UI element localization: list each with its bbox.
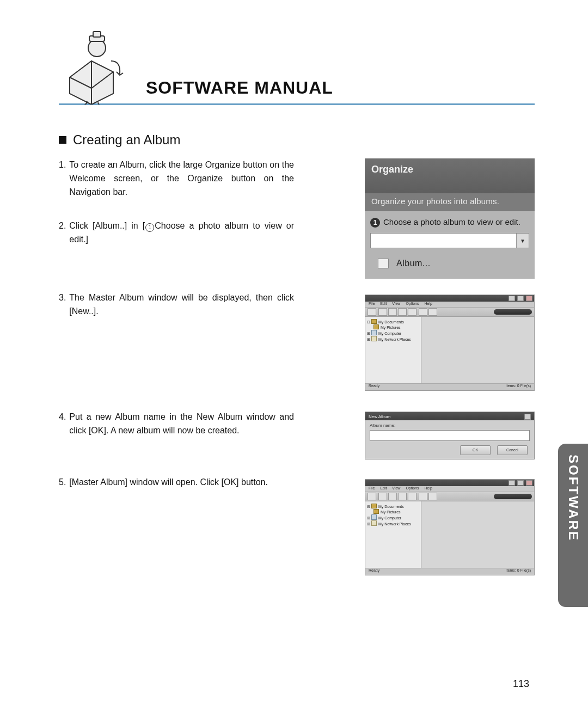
toolbar-button-icon[interactable] <box>367 308 376 316</box>
toolbar-button-icon[interactable] <box>419 493 427 500</box>
page-number: 113 <box>513 678 529 690</box>
menu-item[interactable]: View <box>392 486 400 492</box>
status-left: Ready <box>369 384 379 390</box>
step-4: 4. Put a new Album name in the New Album… <box>59 410 294 438</box>
organize-body: 1 Choose a photo album to view or edit. … <box>365 211 535 279</box>
tree-node[interactable]: My Documents <box>378 320 404 324</box>
tree-node[interactable]: My Pictures <box>381 510 401 514</box>
dialog-titlebar: New Album <box>365 412 534 420</box>
organize-panel-screenshot: Organize Organize your photos into album… <box>365 158 535 278</box>
toolbar-button-icon[interactable] <box>398 493 407 500</box>
step-number: 4. <box>59 410 69 438</box>
dialog-title: New Album <box>369 414 390 419</box>
row-step4: 4. Put a new Album name in the New Album… <box>59 410 535 459</box>
folder-icon <box>371 319 377 324</box>
window-close-icon[interactable] <box>526 296 532 301</box>
new-album-dialog-screenshot: New Album Album name: OK Cancel <box>365 412 535 459</box>
network-icon <box>371 336 377 341</box>
step-text-pre: Click [Album..] in [ <box>69 221 145 230</box>
toolbar-button-icon[interactable] <box>428 493 437 500</box>
cancel-button[interactable]: Cancel <box>497 445 528 455</box>
menu-item[interactable]: File <box>369 302 375 307</box>
album-row[interactable]: Album... <box>370 255 529 272</box>
menu-item[interactable]: Help <box>425 302 432 307</box>
toolbar-button-icon[interactable] <box>428 308 437 316</box>
window-maximize-icon[interactable] <box>517 296 524 301</box>
toolbar-button-icon[interactable] <box>408 308 416 316</box>
toolbar-button-icon[interactable] <box>388 308 397 316</box>
tree-node[interactable]: My Documents <box>378 505 404 508</box>
computer-icon <box>371 514 377 520</box>
folder-tree[interactable]: ⊟ My Documents My Pictures ⊞ My Computer… <box>365 501 421 568</box>
album-dropdown[interactable]: ▼ <box>370 233 529 248</box>
window-statusbar: Ready Items: 0 File(s) <box>365 568 534 575</box>
computer-icon <box>371 330 377 335</box>
folder-icon <box>373 324 379 329</box>
svg-rect-2 <box>93 32 101 37</box>
content-area <box>421 317 534 383</box>
row-step1-2: 1. To create an Album, click the large O… <box>59 158 535 278</box>
step-3: 3. The Master Album window will be displ… <box>59 291 294 318</box>
toolbar-button-icon[interactable] <box>378 493 387 500</box>
step-1: 1. To create an Album, click the large O… <box>59 158 294 199</box>
step-text: To create an Album, click the large Orga… <box>69 158 294 199</box>
folder-tree[interactable]: ⊟ My Documents My Pictures ⊞ My Computer… <box>365 317 421 383</box>
tree-node[interactable]: My Pictures <box>381 326 401 329</box>
album-icon <box>378 259 389 268</box>
page-title: SOFTWARE MANUAL <box>146 78 333 98</box>
menu-item[interactable]: File <box>369 486 375 492</box>
step-5: 5. [Master Album] window will open. Clic… <box>59 476 294 489</box>
step-2: 2. Click [Album..] in [1Choose a photo a… <box>59 219 294 247</box>
folder-icon <box>373 509 379 514</box>
tree-node[interactable]: My Computer <box>378 332 401 335</box>
window-close-icon[interactable] <box>526 480 532 486</box>
tree-node[interactable]: My Network Places <box>378 338 411 341</box>
step-number: 3. <box>59 291 69 318</box>
folder-icon <box>371 504 377 508</box>
content-area <box>421 501 534 568</box>
tree-node[interactable]: My Computer <box>378 516 401 520</box>
page: SOFTWARE MANUAL Creating an Album 1. To … <box>0 0 588 705</box>
row-step3: 3. The Master Album window will be displ… <box>59 291 535 391</box>
toolbar-button-icon[interactable] <box>388 493 397 500</box>
row-step5: 5. [Master Album] window will open. Clic… <box>59 476 535 575</box>
menu-item[interactable]: Help <box>425 486 432 492</box>
window-toolbar <box>365 492 534 501</box>
window-minimize-icon[interactable] <box>509 480 515 486</box>
dialog-close-icon[interactable] <box>524 414 531 420</box>
menu-item[interactable]: Edit <box>380 486 387 492</box>
side-tab-label: SOFTWARE <box>566 455 581 542</box>
status-left: Ready <box>369 568 379 575</box>
toolbar-pill <box>494 494 532 499</box>
header: SOFTWARE MANUAL <box>59 16 535 105</box>
menu-item[interactable]: View <box>392 302 400 307</box>
toolbar-button-icon[interactable] <box>419 308 427 316</box>
step-badge-1-icon: 1 <box>370 218 380 228</box>
network-icon <box>371 520 377 526</box>
step-text: [Master Album] window will open. Click [… <box>69 476 294 489</box>
toolbar-pill <box>494 309 532 315</box>
step-text: Click [Album..] in [1Choose a photo albu… <box>69 219 294 247</box>
window-maximize-icon[interactable] <box>517 480 524 486</box>
organize-prompt: Choose a photo album to view or edit. <box>383 217 520 228</box>
ok-button[interactable]: OK <box>460 445 491 455</box>
window-statusbar: Ready Items: 0 File(s) <box>365 383 534 390</box>
master-album-window-screenshot: File Edit View Options Help <box>365 295 535 391</box>
window-titlebar <box>365 480 534 486</box>
toolbar-button-icon[interactable] <box>367 493 376 500</box>
menu-item[interactable]: Edit <box>380 302 387 307</box>
dialog-label: Album name: <box>370 423 530 428</box>
album-label: Album... <box>396 259 431 268</box>
dropdown-arrow-icon[interactable]: ▼ <box>516 234 529 248</box>
circled-1-icon: 1 <box>145 223 154 232</box>
toolbar-button-icon[interactable] <box>378 308 387 316</box>
toolbar-button-icon[interactable] <box>408 493 416 500</box>
toolbar-button-icon[interactable] <box>398 308 407 316</box>
window-minimize-icon[interactable] <box>509 296 515 301</box>
tree-node[interactable]: My Network Places <box>378 522 411 526</box>
menu-item[interactable]: Options <box>406 486 419 492</box>
section-heading-text: Creating an Album <box>73 132 180 148</box>
step-text: Put a new Album name in the New Album wi… <box>69 410 294 438</box>
album-name-input[interactable] <box>370 430 530 441</box>
menu-item[interactable]: Options <box>406 302 419 307</box>
